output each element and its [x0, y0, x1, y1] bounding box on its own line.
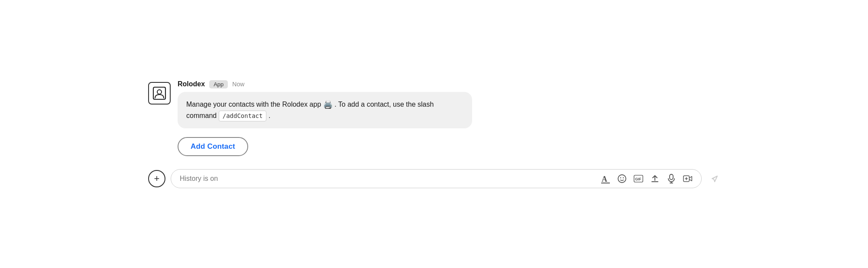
- input-icons: A GIF: [601, 174, 693, 183]
- app-badge: App: [209, 80, 228, 88]
- add-contact-button[interactable]: Add Contact: [178, 137, 248, 156]
- message-text-part3: .: [269, 112, 270, 119]
- svg-point-4: [618, 175, 626, 183]
- avatar: [148, 82, 171, 105]
- plus-button[interactable]: +: [148, 170, 165, 187]
- svg-text:GIF: GIF: [635, 176, 641, 181]
- svg-text:A: A: [602, 175, 607, 183]
- svg-point-5: [620, 177, 621, 178]
- chat-input[interactable]: [180, 175, 595, 183]
- video-add-icon[interactable]: [683, 174, 693, 183]
- microphone-icon[interactable]: [667, 174, 676, 183]
- message-row: Rolodex App Now Manage your contacts wit…: [131, 80, 737, 156]
- input-wrapper: A GIF: [171, 169, 702, 188]
- message-content: Rolodex App Now Manage your contacts wit…: [178, 80, 737, 156]
- printer-emoji: 🖨️: [323, 100, 333, 109]
- chat-container: Rolodex App Now Manage your contacts wit…: [131, 72, 737, 197]
- upload-icon[interactable]: [650, 174, 660, 183]
- svg-point-6: [623, 177, 624, 178]
- svg-point-1: [157, 90, 162, 94]
- message-text-part1: Manage your contacts with the Rolodex ap…: [186, 100, 323, 108]
- add-contact-label: Add Contact: [191, 142, 235, 151]
- plus-icon: +: [154, 173, 160, 184]
- message-bubble: Manage your contacts with the Rolodex ap…: [178, 92, 472, 128]
- slash-command-code: /addContact: [219, 111, 267, 121]
- input-row: + A: [131, 169, 737, 188]
- send-button[interactable]: [709, 173, 720, 184]
- gif-icon[interactable]: GIF: [634, 174, 643, 183]
- sender-name: Rolodex: [178, 80, 205, 88]
- svg-rect-9: [670, 174, 673, 180]
- timestamp: Now: [232, 81, 244, 88]
- text-format-icon[interactable]: A: [601, 174, 610, 183]
- message-header: Rolodex App Now: [178, 80, 737, 88]
- emoji-icon[interactable]: [617, 174, 627, 183]
